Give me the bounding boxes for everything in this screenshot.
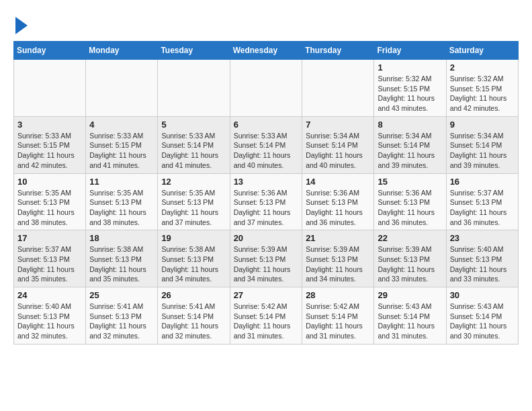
day-info: Sunrise: 5:36 AM Sunset: 5:13 PM Dayligh… bbox=[306, 188, 370, 228]
day-number: 13 bbox=[234, 177, 299, 187]
day-info: Sunrise: 5:43 AM Sunset: 5:14 PM Dayligh… bbox=[378, 302, 442, 341]
day-number: 28 bbox=[306, 290, 370, 300]
calendar-week-4: 24Sunrise: 5:40 AM Sunset: 5:13 PM Dayli… bbox=[14, 287, 519, 345]
day-info: Sunrise: 5:42 AM Sunset: 5:14 PM Dayligh… bbox=[306, 302, 370, 341]
day-info: Sunrise: 5:33 AM Sunset: 5:15 PM Dayligh… bbox=[17, 131, 82, 171]
logo bbox=[13, 13, 28, 34]
calendar-cell: 4Sunrise: 5:33 AM Sunset: 5:15 PM Daylig… bbox=[86, 116, 158, 173]
calendar-week-3: 17Sunrise: 5:37 AM Sunset: 5:13 PM Dayli… bbox=[14, 230, 519, 287]
day-info: Sunrise: 5:33 AM Sunset: 5:14 PM Dayligh… bbox=[161, 131, 226, 171]
logo-arrow-icon bbox=[15, 17, 28, 34]
calendar-cell: 7Sunrise: 5:34 AM Sunset: 5:14 PM Daylig… bbox=[302, 116, 374, 173]
day-number: 18 bbox=[89, 233, 154, 243]
calendar-cell bbox=[14, 60, 86, 117]
day-number: 30 bbox=[450, 290, 515, 300]
header-day-friday: Friday bbox=[374, 42, 446, 60]
day-info: Sunrise: 5:39 AM Sunset: 5:13 PM Dayligh… bbox=[306, 244, 370, 284]
calendar-cell: 26Sunrise: 5:41 AM Sunset: 5:14 PM Dayli… bbox=[158, 287, 230, 345]
day-info: Sunrise: 5:34 AM Sunset: 5:14 PM Dayligh… bbox=[378, 131, 442, 171]
day-number: 12 bbox=[161, 177, 226, 187]
header-day-thursday: Thursday bbox=[302, 42, 374, 60]
calendar-header: SundayMondayTuesdayWednesdayThursdayFrid… bbox=[14, 42, 519, 60]
day-info: Sunrise: 5:32 AM Sunset: 5:15 PM Dayligh… bbox=[378, 74, 442, 113]
day-info: Sunrise: 5:37 AM Sunset: 5:13 PM Dayligh… bbox=[450, 188, 515, 228]
day-info: Sunrise: 5:36 AM Sunset: 5:13 PM Dayligh… bbox=[378, 188, 442, 228]
day-number: 10 bbox=[17, 177, 82, 187]
day-number: 24 bbox=[17, 290, 82, 300]
calendar-cell: 1Sunrise: 5:32 AM Sunset: 5:15 PM Daylig… bbox=[374, 60, 446, 117]
day-number: 19 bbox=[161, 233, 226, 243]
day-number: 7 bbox=[306, 120, 370, 130]
day-info: Sunrise: 5:38 AM Sunset: 5:13 PM Dayligh… bbox=[161, 244, 226, 284]
day-number: 8 bbox=[378, 120, 442, 130]
day-info: Sunrise: 5:41 AM Sunset: 5:13 PM Dayligh… bbox=[89, 302, 154, 341]
calendar-cell: 11Sunrise: 5:35 AM Sunset: 5:13 PM Dayli… bbox=[86, 173, 158, 230]
day-info: Sunrise: 5:35 AM Sunset: 5:13 PM Dayligh… bbox=[89, 188, 154, 228]
day-number: 15 bbox=[378, 177, 442, 187]
day-info: Sunrise: 5:40 AM Sunset: 5:13 PM Dayligh… bbox=[17, 302, 82, 341]
calendar-cell: 17Sunrise: 5:37 AM Sunset: 5:13 PM Dayli… bbox=[14, 230, 86, 287]
calendar-cell: 5Sunrise: 5:33 AM Sunset: 5:14 PM Daylig… bbox=[158, 116, 230, 173]
header-day-saturday: Saturday bbox=[446, 42, 518, 60]
calendar-cell bbox=[230, 60, 302, 117]
page-header bbox=[13, 13, 519, 34]
day-number: 2 bbox=[450, 62, 515, 73]
day-number: 9 bbox=[450, 120, 515, 130]
calendar-cell: 15Sunrise: 5:36 AM Sunset: 5:13 PM Dayli… bbox=[374, 173, 446, 230]
calendar-cell: 20Sunrise: 5:39 AM Sunset: 5:13 PM Dayli… bbox=[230, 230, 302, 287]
calendar-cell bbox=[158, 60, 230, 117]
day-info: Sunrise: 5:39 AM Sunset: 5:13 PM Dayligh… bbox=[378, 244, 442, 284]
calendar-cell: 12Sunrise: 5:35 AM Sunset: 5:13 PM Dayli… bbox=[158, 173, 230, 230]
day-info: Sunrise: 5:40 AM Sunset: 5:13 PM Dayligh… bbox=[450, 244, 515, 284]
day-info: Sunrise: 5:37 AM Sunset: 5:13 PM Dayligh… bbox=[17, 244, 82, 284]
day-number: 6 bbox=[234, 120, 299, 130]
calendar-cell: 14Sunrise: 5:36 AM Sunset: 5:13 PM Dayli… bbox=[302, 173, 374, 230]
calendar-cell: 29Sunrise: 5:43 AM Sunset: 5:14 PM Dayli… bbox=[374, 287, 446, 345]
header-day-tuesday: Tuesday bbox=[158, 42, 230, 60]
day-number: 3 bbox=[17, 120, 82, 130]
day-number: 23 bbox=[450, 233, 515, 243]
header-row: SundayMondayTuesdayWednesdayThursdayFrid… bbox=[14, 42, 519, 60]
calendar-cell: 16Sunrise: 5:37 AM Sunset: 5:13 PM Dayli… bbox=[446, 173, 518, 230]
header-day-monday: Monday bbox=[86, 42, 158, 60]
day-info: Sunrise: 5:42 AM Sunset: 5:14 PM Dayligh… bbox=[234, 302, 299, 341]
calendar-cell bbox=[302, 60, 374, 117]
calendar-week-2: 10Sunrise: 5:35 AM Sunset: 5:13 PM Dayli… bbox=[14, 173, 519, 230]
day-info: Sunrise: 5:38 AM Sunset: 5:13 PM Dayligh… bbox=[89, 244, 154, 284]
header-day-sunday: Sunday bbox=[14, 42, 86, 60]
calendar-cell: 3Sunrise: 5:33 AM Sunset: 5:15 PM Daylig… bbox=[14, 116, 86, 173]
day-info: Sunrise: 5:41 AM Sunset: 5:14 PM Dayligh… bbox=[161, 302, 226, 341]
calendar-cell: 9Sunrise: 5:34 AM Sunset: 5:14 PM Daylig… bbox=[446, 116, 518, 173]
calendar-week-0: 1Sunrise: 5:32 AM Sunset: 5:15 PM Daylig… bbox=[14, 60, 519, 117]
day-info: Sunrise: 5:35 AM Sunset: 5:13 PM Dayligh… bbox=[17, 188, 82, 228]
calendar-cell: 23Sunrise: 5:40 AM Sunset: 5:13 PM Dayli… bbox=[446, 230, 518, 287]
day-info: Sunrise: 5:34 AM Sunset: 5:14 PM Dayligh… bbox=[306, 131, 370, 171]
day-number: 14 bbox=[306, 177, 370, 187]
day-number: 20 bbox=[234, 233, 299, 243]
calendar-cell: 25Sunrise: 5:41 AM Sunset: 5:13 PM Dayli… bbox=[86, 287, 158, 345]
day-number: 26 bbox=[161, 290, 226, 300]
day-number: 16 bbox=[450, 177, 515, 187]
day-number: 5 bbox=[161, 120, 226, 130]
calendar-cell: 19Sunrise: 5:38 AM Sunset: 5:13 PM Dayli… bbox=[158, 230, 230, 287]
calendar-cell: 8Sunrise: 5:34 AM Sunset: 5:14 PM Daylig… bbox=[374, 116, 446, 173]
day-info: Sunrise: 5:43 AM Sunset: 5:14 PM Dayligh… bbox=[450, 302, 515, 341]
day-info: Sunrise: 5:32 AM Sunset: 5:15 PM Dayligh… bbox=[450, 74, 515, 113]
day-number: 25 bbox=[89, 290, 154, 300]
calendar-cell: 21Sunrise: 5:39 AM Sunset: 5:13 PM Dayli… bbox=[302, 230, 374, 287]
calendar-cell: 27Sunrise: 5:42 AM Sunset: 5:14 PM Dayli… bbox=[230, 287, 302, 345]
calendar-cell: 18Sunrise: 5:38 AM Sunset: 5:13 PM Dayli… bbox=[86, 230, 158, 287]
day-info: Sunrise: 5:39 AM Sunset: 5:13 PM Dayligh… bbox=[234, 244, 299, 284]
day-info: Sunrise: 5:34 AM Sunset: 5:14 PM Dayligh… bbox=[450, 131, 515, 171]
calendar-cell: 24Sunrise: 5:40 AM Sunset: 5:13 PM Dayli… bbox=[14, 287, 86, 345]
day-number: 4 bbox=[89, 120, 154, 130]
calendar-cell: 13Sunrise: 5:36 AM Sunset: 5:13 PM Dayli… bbox=[230, 173, 302, 230]
calendar-cell: 30Sunrise: 5:43 AM Sunset: 5:14 PM Dayli… bbox=[446, 287, 518, 345]
day-info: Sunrise: 5:36 AM Sunset: 5:13 PM Dayligh… bbox=[234, 188, 299, 228]
day-number: 27 bbox=[234, 290, 299, 300]
calendar-cell: 10Sunrise: 5:35 AM Sunset: 5:13 PM Dayli… bbox=[14, 173, 86, 230]
calendar-cell bbox=[86, 60, 158, 117]
header-day-wednesday: Wednesday bbox=[230, 42, 302, 60]
day-info: Sunrise: 5:33 AM Sunset: 5:14 PM Dayligh… bbox=[234, 131, 299, 171]
day-number: 22 bbox=[378, 233, 442, 243]
